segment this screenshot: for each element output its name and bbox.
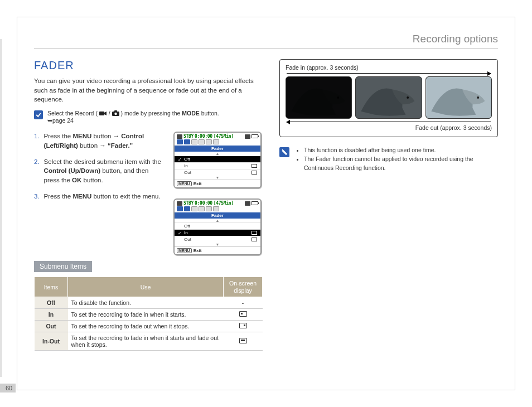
- lcd-exit-label: Exit: [194, 248, 202, 253]
- svg-point-10: [407, 96, 409, 99]
- lcd-mini-icon: [177, 206, 183, 211]
- lcd-check-icon: [178, 171, 182, 175]
- note-item: This function is disabled after being us…: [304, 146, 498, 155]
- mode-note-pageref: ➥page 24: [47, 117, 74, 124]
- cell-display: [224, 332, 263, 351]
- lcd-row-label: In: [184, 230, 188, 235]
- lcd-row-indicator-icon: [252, 231, 257, 235]
- fade-thumbnail: [355, 76, 422, 119]
- step-number: 2.: [34, 157, 40, 185]
- steps-list: 1.Press the MENU button → Control (Left/…: [34, 132, 166, 207]
- lcd-row-label: Off: [184, 224, 190, 229]
- lcd-mini-icon: [213, 139, 219, 144]
- lcd-status: STBY: [183, 134, 194, 139]
- note-icon: [279, 147, 289, 157]
- lcd-check-icon: [178, 231, 182, 235]
- lcd-mini-icon: [206, 206, 212, 211]
- section-title: FADER: [34, 59, 263, 72]
- step-text: Press the MENU button → Control (Left/Ri…: [44, 132, 166, 150]
- mode-note-mode: MODE: [182, 110, 200, 117]
- cell-use: To set the recording to fade in when it …: [68, 332, 224, 351]
- lcd-remain: [475Min]: [214, 134, 234, 139]
- mode-note-suffix2: button.: [201, 110, 219, 117]
- lcd-icon-row: [175, 139, 260, 146]
- cell-display: -: [224, 297, 263, 309]
- cell-display: [224, 321, 263, 332]
- lcd-menu-btn: MENU: [177, 181, 192, 186]
- table-row: InTo set the recording to fade in when i…: [35, 309, 263, 321]
- lcd-menu-title: Fader: [175, 212, 260, 219]
- camera-icon: [112, 110, 119, 117]
- lcd-status: STBY: [183, 201, 194, 206]
- step-item: 1.Press the MENU button → Control (Left/…: [34, 132, 166, 150]
- lcd-menu-row: Out: [175, 236, 260, 243]
- table-row: OffTo disable the function.-: [35, 297, 263, 309]
- fade-thumbnail: [286, 76, 352, 119]
- lcd-status-bar: STBY 0:00:00 [475Min]: [175, 200, 260, 206]
- lcd-menu-title: Fader: [175, 146, 260, 152]
- camcorder-icon: [177, 134, 182, 139]
- mode-note: Select the Record ( / ) mode by pressing…: [34, 110, 263, 124]
- cell-item: In-Out: [35, 332, 68, 351]
- lcd-mini-icon: [184, 206, 190, 211]
- submenu-heading: Submenu Items: [34, 261, 92, 272]
- lcd-mini-icon: [177, 139, 183, 144]
- lcd-mini-icon: [206, 139, 212, 144]
- lcd-bottom-bar: MENUExit: [175, 246, 260, 254]
- card-icon: [245, 201, 250, 206]
- info-notes: This function is disabled after being us…: [279, 146, 498, 172]
- lcd-mini-icon: [199, 206, 205, 211]
- osd-in-icon: [239, 311, 247, 317]
- lcd-menu-row: Out: [175, 169, 260, 176]
- lcd-check-icon: [178, 164, 182, 168]
- svg-point-7: [337, 96, 339, 99]
- lcd-row-label: Out: [184, 170, 191, 175]
- lcd-time: 0:00:00: [195, 201, 212, 206]
- section-intro: You can give your video recording a prof…: [34, 76, 263, 104]
- lcd-icon-row: [175, 206, 260, 212]
- svg-marker-1: [104, 112, 107, 115]
- lcd-row-indicator-icon: [252, 238, 257, 241]
- lcd-check-icon: [178, 238, 182, 241]
- lcd-mini-icon: [184, 139, 190, 144]
- lcd-mini-icon: [213, 206, 219, 211]
- lcd-row-indicator-icon: [252, 164, 257, 168]
- th-use: Use: [68, 277, 224, 297]
- th-items: Items: [35, 277, 68, 297]
- lcd-mini-icon: [191, 139, 197, 144]
- cell-item: In: [35, 309, 68, 321]
- lcd-remain: [475Min]: [214, 201, 234, 206]
- lcd-bottom-bar: MENUExit: [175, 180, 260, 187]
- fade-in-label: Fade in (approx. 3 seconds): [286, 64, 492, 71]
- camcorder-icon: [99, 110, 107, 117]
- step-item: 3.Press the MENU button to exit the menu…: [34, 192, 166, 201]
- camcorder-icon: [177, 201, 182, 206]
- svg-point-13: [477, 96, 479, 99]
- battery-icon: [252, 134, 258, 138]
- cell-use: To set the recording to fade out when it…: [68, 321, 224, 332]
- step-text: Select the desired submenu item with the…: [44, 157, 166, 185]
- fade-out-label: Fade out (approx. 3 seconds): [286, 124, 492, 131]
- svg-point-4: [114, 113, 117, 115]
- lcd-mini-icon: [191, 206, 197, 211]
- lcd-menu-row: In: [175, 229, 260, 236]
- lcd-menu-btn: MENU: [177, 248, 192, 253]
- lcd-row-label: Off: [184, 157, 190, 162]
- cell-item: Off: [35, 297, 68, 309]
- battery-icon: [252, 201, 258, 205]
- lcd-screenshot: STBY 0:00:00 [475Min]Fader▲OffInOut▼MENU…: [173, 198, 262, 255]
- arrow-left-icon: [287, 122, 491, 122]
- lcd-check-icon: [178, 157, 182, 161]
- svg-rect-0: [99, 112, 104, 115]
- page-number: 60: [0, 384, 16, 393]
- lcd-mini-icon: [199, 139, 205, 144]
- svg-rect-3: [114, 110, 117, 112]
- cell-item: Out: [35, 321, 68, 332]
- lcd-time: 0:00:00: [195, 134, 212, 139]
- check-icon: [34, 110, 43, 119]
- cell-use: To disable the function.: [68, 297, 224, 309]
- osd-out-icon: [239, 323, 247, 328]
- page-frame: Recording options FADER You can give you…: [17, 17, 515, 390]
- step-text: Press the MENU button to exit the menu.: [44, 192, 161, 201]
- lcd-menu-row: Off: [175, 156, 260, 162]
